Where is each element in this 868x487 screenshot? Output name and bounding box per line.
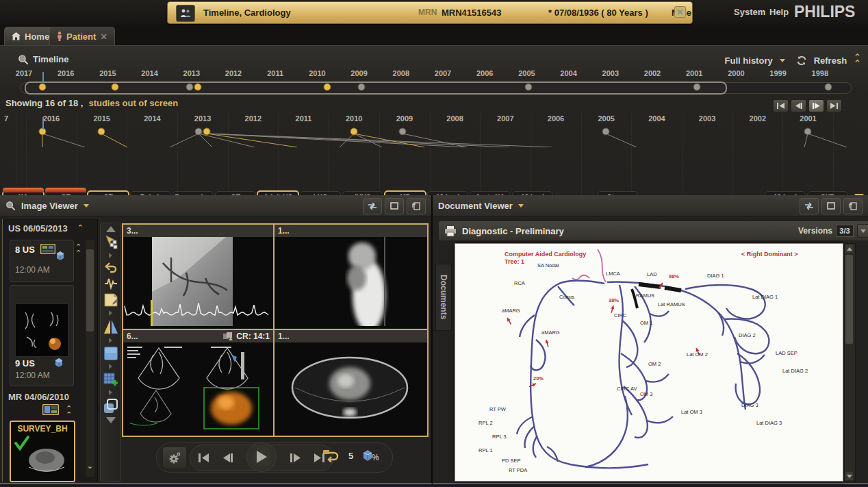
timeline-study-dot[interactable] (358, 84, 366, 91)
new-study-indicator (3, 188, 44, 192)
doc-scroll-down-button[interactable] (845, 472, 853, 480)
vessel-label: OM 3 (640, 391, 652, 397)
cube-icon (53, 357, 65, 368)
compare-flip-tool-icon[interactable] (103, 319, 119, 335)
menu-help[interactable]: Help (769, 7, 789, 17)
timeline-study-dot[interactable] (825, 84, 832, 91)
document-viewer-menu-caret[interactable] (518, 204, 524, 208)
stack-icon (42, 404, 59, 415)
banner-close-icon[interactable] (674, 6, 686, 18)
timeline-study-dot[interactable] (186, 84, 194, 91)
collapse-group-icon[interactable]: ⌃⌃ (66, 405, 72, 418)
viewport-2[interactable]: 1... (273, 223, 429, 330)
echo-quad-image (123, 342, 270, 433)
series-item-us8[interactable]: 8 US 12:00 AM (10, 240, 74, 282)
documents-side-tab[interactable]: Documents (435, 264, 452, 331)
stenosis-arrows (506, 282, 701, 388)
series-item-us9[interactable]: 9 US 12:00 AM (10, 285, 74, 386)
report-note-tool-icon[interactable] (103, 292, 119, 308)
document-scrollbar[interactable] (844, 243, 856, 482)
series-time: 12:00 AM (15, 265, 50, 275)
report-page[interactable]: SA NodalRCAConusaMARGaMARGLMCALAD98%DIAG… (455, 243, 843, 482)
cine-settings-button[interactable] (162, 447, 187, 469)
vessel-label: Lat DIAG 1 (752, 294, 778, 300)
doc-scroll-up-button[interactable] (845, 245, 853, 253)
study-group-header-mr[interactable]: MR 04/06/2010 (3, 388, 69, 403)
loop-mode-icon[interactable] (322, 449, 340, 462)
maximize-panel-button[interactable] (385, 198, 404, 214)
report-title-line2: Tree: 1 (505, 258, 524, 265)
tab-close-icon[interactable]: ✕ (100, 32, 107, 42)
timeline-study-dot[interactable] (525, 84, 533, 91)
collapse-group-icon[interactable]: ⌃⌃ (75, 244, 81, 256)
vessel-label: DIAG 3 (741, 402, 758, 408)
vessel-label: aMARG (502, 308, 520, 314)
cine-play-button[interactable] (246, 442, 277, 472)
frame-rate-value[interactable]: 5 (348, 451, 353, 461)
toolbar-scroll-down[interactable] (103, 417, 119, 423)
today-marker (42, 72, 44, 83)
timeline-study-dot[interactable] (112, 84, 119, 91)
viewport-4[interactable]: 1... (273, 329, 429, 437)
tool-expander-icon[interactable] (103, 390, 119, 395)
pager-last-button[interactable] (826, 99, 842, 112)
layout-tool-icon[interactable] (103, 346, 119, 361)
cine-step-back-button[interactable] (222, 453, 233, 462)
tool-expander-icon[interactable] (103, 310, 119, 316)
xa-image (123, 237, 270, 326)
thumbnail-scrollbar[interactable] (86, 240, 94, 477)
timeline-study-dot[interactable] (194, 84, 202, 91)
versions-label: Versions (798, 226, 832, 236)
versions-dropdown-button[interactable] (857, 224, 868, 238)
vessel-label: OM 2 (648, 361, 661, 367)
versions-value[interactable]: 3/3 (836, 225, 854, 237)
pager-first-button[interactable] (773, 99, 789, 112)
vessel-label: RPL 1 (478, 447, 493, 453)
scroll-up-icon[interactable]: ⌃ (77, 225, 84, 231)
vessel-label: Lat DIAG 3 (756, 420, 782, 426)
export-panel-button[interactable] (843, 198, 863, 214)
pager-next-button[interactable] (808, 99, 824, 112)
image-viewer-magnifier-icon (5, 201, 16, 211)
vessel-label: RPL 2 (478, 420, 493, 426)
layers-tool-icon[interactable] (103, 398, 119, 414)
timeline-study-dot[interactable] (39, 84, 47, 91)
series-item-survey-bh[interactable]: SURVEY_BH (10, 421, 75, 482)
menu-system[interactable]: System (734, 7, 765, 17)
tool-expander-icon[interactable] (103, 253, 119, 258)
ecg-tool-icon[interactable] (103, 276, 119, 290)
tool-expander-icon[interactable] (103, 338, 119, 343)
swap-panels-button[interactable] (363, 198, 382, 214)
tool-expander-icon[interactable] (103, 364, 119, 369)
swap-panels-button[interactable] (800, 198, 819, 214)
tab-patient[interactable]: Patient ✕ (49, 27, 115, 45)
image-viewer-menu-caret[interactable] (84, 204, 89, 208)
vessel-label: Lat RAMUS (658, 301, 685, 308)
undo-tool-icon[interactable] (103, 261, 119, 273)
navigate-tool-icon[interactable] (103, 235, 119, 250)
speed-percent-icon[interactable]: % (361, 449, 379, 462)
vessel-label: PD SEP (502, 458, 521, 464)
scroll-down-icon[interactable]: ⌄ (87, 463, 93, 469)
add-layout-tool-icon[interactable] (103, 372, 119, 387)
mrn-value: MRN41516543 (442, 8, 501, 18)
patient-banner: Timeline, Cardiology MRN MRN41516543 * 0… (167, 1, 693, 24)
overview-dot-layer (0, 46, 868, 98)
series-thumbnail-image (15, 303, 68, 357)
timeline-study-dot[interactable] (693, 84, 701, 91)
cube-icon (54, 250, 66, 261)
export-panel-button[interactable] (407, 198, 426, 214)
mrn-label: MRN (418, 8, 437, 17)
timeline-study-dot[interactable] (324, 84, 331, 91)
cine-step-forward-button[interactable] (290, 453, 301, 462)
pager-prev-button[interactable] (791, 99, 806, 112)
toolbar-scroll-up[interactable] (103, 226, 119, 232)
vessel-label: RT PW (489, 406, 507, 412)
mr-axial-image (275, 342, 424, 433)
viewport-1[interactable]: 3... (122, 223, 275, 330)
viewport-3[interactable]: 6... CR: 14:1 (122, 329, 275, 437)
maximize-panel-button[interactable] (821, 198, 841, 214)
cine-first-frame-button[interactable] (199, 453, 209, 462)
timeline-pager (773, 99, 842, 112)
studies-offscreen-link[interactable]: studies out of screen (88, 98, 178, 108)
